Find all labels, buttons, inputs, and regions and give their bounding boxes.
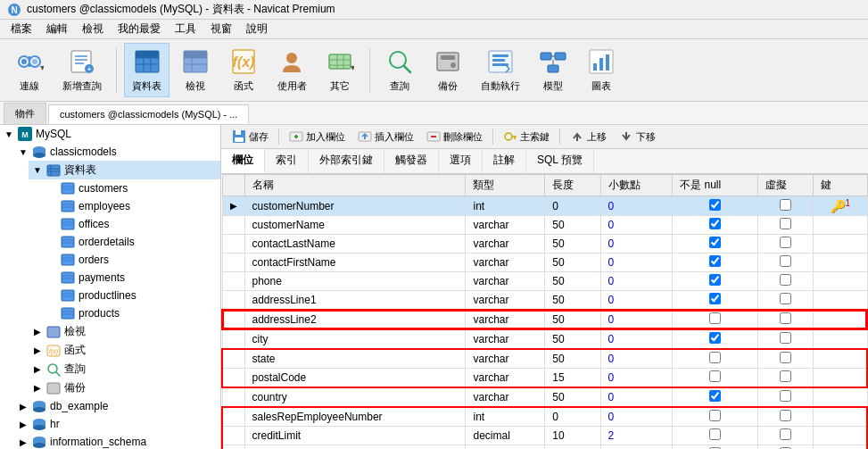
new-query-button[interactable]: + 新增查詢: [55, 44, 109, 96]
sidebar-table-employees[interactable]: employees: [43, 197, 220, 215]
sidebar-table-orders[interactable]: orders: [43, 251, 220, 269]
field-virtual[interactable]: [757, 196, 813, 216]
virtual-checkbox[interactable]: [780, 237, 791, 248]
col-length-header[interactable]: 長度: [545, 175, 600, 196]
move-down-button[interactable]: 下移: [614, 128, 661, 146]
field-notnull[interactable]: [673, 369, 758, 388]
notnull-checkbox[interactable]: [709, 199, 721, 211]
sidebar-table-productlines[interactable]: productlines: [43, 287, 220, 304]
field-virtual[interactable]: [757, 216, 813, 235]
table-row[interactable]: addressLine2varchar500: [222, 310, 867, 329]
virtual-checkbox[interactable]: [780, 312, 791, 324]
field-virtual[interactable]: [757, 235, 813, 254]
table-row[interactable]: contactFirstNamevarchar500: [222, 254, 867, 272]
chart-button[interactable]: 圖表: [579, 44, 624, 96]
field-virtual[interactable]: [757, 349, 813, 369]
tab-options[interactable]: 選項: [439, 149, 483, 173]
sidebar-tables-group[interactable]: ▼ 資料表: [29, 161, 220, 179]
sidebar-table-products[interactable]: products: [43, 304, 220, 322]
menu-tools[interactable]: 工具: [168, 20, 203, 38]
tab-indexes[interactable]: 索引: [265, 149, 309, 173]
menu-view[interactable]: 檢視: [75, 20, 111, 38]
move-up-button[interactable]: 上移: [565, 128, 612, 146]
field-notnull[interactable]: [673, 216, 758, 235]
field-notnull[interactable]: [673, 349, 758, 369]
notnull-checkbox[interactable]: [709, 332, 721, 344]
sidebar-db-hr[interactable]: ▶ hr: [14, 415, 220, 433]
menu-edit[interactable]: 編輯: [39, 20, 75, 38]
sidebar-backup-group[interactable]: ▶ 備份: [29, 378, 220, 397]
virtual-checkbox[interactable]: [780, 274, 791, 286]
sidebar-mysql-root[interactable]: ▼ M MySQL: [0, 125, 220, 143]
table-row[interactable]: addressLine1varchar500: [222, 291, 867, 311]
tab-triggers[interactable]: 觸發器: [384, 149, 439, 173]
virtual-checkbox[interactable]: [780, 293, 791, 304]
sidebar-table-customers[interactable]: customers: [43, 179, 220, 197]
col-notnull-header[interactable]: 不是 null: [673, 175, 758, 196]
table-row[interactable]: dobdate00: [222, 445, 867, 450]
field-notnull[interactable]: [673, 329, 758, 349]
menu-window[interactable]: 視窗: [203, 20, 239, 38]
notnull-checkbox[interactable]: [709, 428, 721, 440]
table-row[interactable]: cityvarchar500: [222, 329, 867, 349]
user-button[interactable]: 使用者: [269, 44, 314, 96]
sidebar-db-example[interactable]: ▶ db_example: [14, 397, 220, 415]
field-virtual[interactable]: [757, 254, 813, 272]
insert-field-button[interactable]: 插入欄位: [352, 128, 419, 146]
field-virtual[interactable]: [757, 329, 813, 349]
table-row[interactable]: statevarchar500: [222, 349, 867, 369]
sidebar-table-payments[interactable]: payments: [43, 269, 220, 287]
field-virtual[interactable]: [757, 272, 813, 291]
table-row[interactable]: countryvarchar500: [222, 387, 867, 407]
sidebar-query-group[interactable]: ▶ 查詢: [29, 360, 220, 378]
sidebar-table-offices[interactable]: offices: [43, 215, 220, 233]
table-button[interactable]: 資料表: [124, 43, 169, 97]
notnull-checkbox[interactable]: [709, 352, 721, 363]
table-row[interactable]: customerNamevarchar500: [222, 216, 867, 235]
tab-foreign-keys[interactable]: 外部索引鍵: [309, 149, 384, 173]
col-type-header[interactable]: 類型: [466, 175, 545, 196]
view-button[interactable]: 檢視: [173, 44, 218, 96]
tab-comments[interactable]: 註解: [483, 149, 526, 173]
field-notnull[interactable]: [673, 445, 758, 450]
notnull-checkbox[interactable]: [709, 312, 721, 324]
table-row[interactable]: postalCodevarchar150: [222, 369, 867, 388]
tab-objects[interactable]: 物件: [4, 103, 46, 124]
field-virtual[interactable]: [757, 291, 813, 311]
field-virtual[interactable]: [757, 369, 813, 388]
sidebar-classicmodels[interactable]: ▼ classicmodels: [14, 143, 220, 161]
save-button[interactable]: 儲存: [227, 128, 274, 146]
col-name-header[interactable]: 名稱: [244, 175, 466, 196]
field-notnull[interactable]: [673, 291, 758, 311]
field-virtual[interactable]: [757, 427, 813, 445]
backup-button[interactable]: 備份: [426, 44, 470, 96]
field-notnull[interactable]: [673, 427, 758, 445]
virtual-checkbox[interactable]: [780, 428, 791, 440]
virtual-checkbox[interactable]: [780, 370, 791, 382]
notnull-checkbox[interactable]: [709, 410, 721, 421]
menu-file[interactable]: 檔案: [4, 20, 39, 38]
notnull-checkbox[interactable]: [709, 390, 721, 402]
virtual-checkbox[interactable]: [780, 352, 791, 363]
table-row[interactable]: contactLastNamevarchar500: [222, 235, 867, 254]
table-row[interactable]: phonevarchar500: [222, 272, 867, 291]
delete-field-button[interactable]: 刪除欄位: [421, 128, 488, 146]
col-virtual-header[interactable]: 虛擬: [757, 175, 813, 196]
function-button[interactable]: f(x) 函式: [221, 44, 266, 96]
tab-fields[interactable]: 欄位: [221, 149, 265, 173]
field-notnull[interactable]: [673, 235, 758, 254]
field-notnull[interactable]: [673, 196, 758, 216]
field-notnull[interactable]: [673, 387, 758, 407]
col-decimal-header[interactable]: 小數點: [600, 175, 673, 196]
other-button[interactable]: ▾ 其它: [318, 44, 362, 96]
virtual-checkbox[interactable]: [780, 390, 791, 402]
virtual-checkbox[interactable]: [780, 332, 791, 344]
notnull-checkbox[interactable]: [709, 237, 721, 248]
field-notnull[interactable]: [673, 272, 758, 291]
field-virtual[interactable]: [757, 310, 813, 329]
sidebar-db-information-schema[interactable]: ▶ information_schema: [14, 433, 220, 449]
field-notnull[interactable]: [673, 407, 758, 427]
field-virtual[interactable]: [757, 407, 813, 427]
notnull-checkbox[interactable]: [709, 370, 721, 382]
sidebar-views-group[interactable]: ▶ 檢視: [29, 322, 220, 341]
